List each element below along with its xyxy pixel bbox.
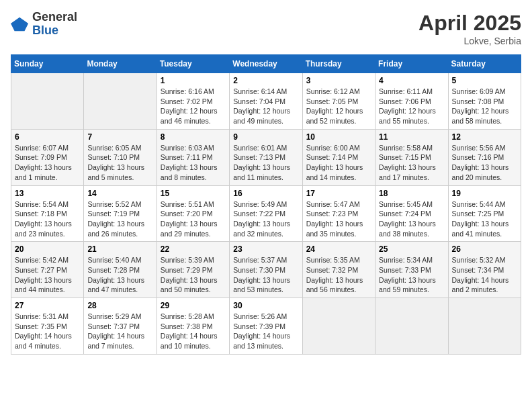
day-number: 25 (379, 244, 444, 254)
calendar-cell: 21Sunrise: 5:40 AMSunset: 7:28 PMDayligh… (84, 242, 157, 298)
day-info: Sunrise: 5:31 AMSunset: 7:35 PMDaylight:… (15, 312, 80, 351)
day-info: Sunrise: 5:56 AMSunset: 7:16 PMDaylight:… (452, 143, 517, 183)
calendar-cell: 26Sunrise: 5:32 AMSunset: 7:34 PMDayligh… (448, 242, 521, 298)
day-info: Sunrise: 5:45 AMSunset: 7:24 PMDaylight:… (379, 199, 444, 239)
calendar-cell: 14Sunrise: 5:52 AMSunset: 7:19 PMDayligh… (84, 185, 157, 242)
col-saturday: Saturday (448, 55, 521, 73)
page-header: General Blue April 2025 Lokve, Serbia (11, 11, 521, 46)
day-info: Sunrise: 5:39 AMSunset: 7:29 PMDaylight:… (161, 255, 226, 295)
logo: General Blue (11, 11, 77, 38)
week-row-4: 27Sunrise: 5:31 AMSunset: 7:35 PMDayligh… (11, 298, 521, 355)
calendar-cell: 10Sunrise: 6:00 AMSunset: 7:14 PMDayligh… (302, 129, 375, 185)
day-info: Sunrise: 5:35 AMSunset: 7:32 PMDaylight:… (306, 255, 371, 295)
calendar-table: Sunday Monday Tuesday Wednesday Thursday… (11, 54, 521, 355)
col-wednesday: Wednesday (230, 55, 302, 73)
day-number: 15 (161, 189, 226, 198)
title-block: April 2025 Lokve, Serbia (418, 11, 521, 46)
day-number: 27 (15, 301, 80, 310)
calendar-cell: 24Sunrise: 5:35 AMSunset: 7:32 PMDayligh… (302, 242, 375, 298)
calendar-cell: 7Sunrise: 6:05 AMSunset: 7:10 PMDaylight… (84, 129, 157, 185)
day-number: 10 (306, 132, 371, 142)
day-info: Sunrise: 6:12 AMSunset: 7:05 PMDaylight:… (306, 87, 371, 126)
day-info: Sunrise: 6:11 AMSunset: 7:06 PMDaylight:… (379, 87, 444, 126)
calendar-cell: 23Sunrise: 5:37 AMSunset: 7:30 PMDayligh… (230, 242, 302, 298)
day-info: Sunrise: 6:07 AMSunset: 7:09 PMDaylight:… (15, 143, 80, 183)
day-number: 30 (233, 301, 298, 310)
calendar-cell: 20Sunrise: 5:42 AMSunset: 7:27 PMDayligh… (11, 242, 84, 298)
week-row-3: 20Sunrise: 5:42 AMSunset: 7:27 PMDayligh… (11, 242, 521, 298)
day-number: 13 (15, 189, 80, 198)
day-info: Sunrise: 5:44 AMSunset: 7:25 PMDaylight:… (452, 199, 517, 239)
calendar-cell: 22Sunrise: 5:39 AMSunset: 7:29 PMDayligh… (157, 242, 229, 298)
day-number: 19 (452, 189, 517, 198)
month-year: April 2025 (418, 11, 521, 36)
calendar-cell: 29Sunrise: 5:28 AMSunset: 7:38 PMDayligh… (157, 298, 229, 355)
calendar-cell: 30Sunrise: 5:26 AMSunset: 7:39 PMDayligh… (230, 298, 302, 355)
week-row-2: 13Sunrise: 5:54 AMSunset: 7:18 PMDayligh… (11, 185, 521, 242)
day-info: Sunrise: 5:32 AMSunset: 7:34 PMDaylight:… (452, 255, 517, 295)
day-info: Sunrise: 5:47 AMSunset: 7:23 PMDaylight:… (306, 199, 371, 239)
day-info: Sunrise: 6:14 AMSunset: 7:04 PMDaylight:… (233, 87, 298, 126)
day-number: 2 (233, 76, 298, 85)
day-number: 8 (161, 132, 226, 142)
day-info: Sunrise: 5:58 AMSunset: 7:15 PMDaylight:… (379, 143, 444, 183)
calendar-cell: 9Sunrise: 6:01 AMSunset: 7:13 PMDaylight… (230, 129, 302, 185)
calendar-cell: 11Sunrise: 5:58 AMSunset: 7:15 PMDayligh… (375, 129, 448, 185)
calendar-cell: 28Sunrise: 5:29 AMSunset: 7:37 PMDayligh… (84, 298, 157, 355)
day-info: Sunrise: 6:05 AMSunset: 7:10 PMDaylight:… (87, 143, 152, 183)
day-number: 5 (452, 76, 517, 85)
logo-general: General (32, 11, 77, 24)
calendar-cell: 27Sunrise: 5:31 AMSunset: 7:35 PMDayligh… (11, 298, 84, 355)
day-info: Sunrise: 5:40 AMSunset: 7:28 PMDaylight:… (87, 255, 152, 295)
calendar-cell: 8Sunrise: 6:03 AMSunset: 7:11 PMDaylight… (157, 129, 229, 185)
day-number: 22 (161, 244, 226, 254)
calendar-cell: 25Sunrise: 5:34 AMSunset: 7:33 PMDayligh… (375, 242, 448, 298)
day-info: Sunrise: 5:34 AMSunset: 7:33 PMDaylight:… (379, 255, 444, 295)
day-info: Sunrise: 6:09 AMSunset: 7:08 PMDaylight:… (452, 87, 517, 126)
calendar-cell (84, 73, 157, 130)
day-number: 3 (306, 76, 371, 85)
calendar-cell: 17Sunrise: 5:47 AMSunset: 7:23 PMDayligh… (302, 185, 375, 242)
calendar-cell (11, 73, 84, 130)
col-thursday: Thursday (302, 55, 375, 73)
header-row: Sunday Monday Tuesday Wednesday Thursday… (11, 55, 521, 73)
calendar-cell: 15Sunrise: 5:51 AMSunset: 7:20 PMDayligh… (157, 185, 229, 242)
svg-marker-0 (11, 17, 28, 32)
calendar-cell: 3Sunrise: 6:12 AMSunset: 7:05 PMDaylight… (302, 73, 375, 130)
day-number: 23 (233, 244, 298, 254)
calendar-cell: 6Sunrise: 6:07 AMSunset: 7:09 PMDaylight… (11, 129, 84, 185)
calendar-cell (375, 298, 448, 355)
col-friday: Friday (375, 55, 448, 73)
day-number: 1 (161, 76, 226, 85)
day-number: 6 (15, 132, 80, 142)
calendar-header: Sunday Monday Tuesday Wednesday Thursday… (11, 55, 521, 73)
calendar-cell: 12Sunrise: 5:56 AMSunset: 7:16 PMDayligh… (448, 129, 521, 185)
col-sunday: Sunday (11, 55, 84, 73)
day-info: Sunrise: 6:16 AMSunset: 7:02 PMDaylight:… (161, 87, 226, 126)
day-number: 29 (161, 301, 226, 310)
calendar-cell: 4Sunrise: 6:11 AMSunset: 7:06 PMDaylight… (375, 73, 448, 130)
day-info: Sunrise: 5:52 AMSunset: 7:19 PMDaylight:… (87, 199, 152, 239)
day-info: Sunrise: 5:28 AMSunset: 7:38 PMDaylight:… (161, 312, 226, 351)
day-number: 12 (452, 132, 517, 142)
calendar-cell: 18Sunrise: 5:45 AMSunset: 7:24 PMDayligh… (375, 185, 448, 242)
day-info: Sunrise: 6:00 AMSunset: 7:14 PMDaylight:… (306, 143, 371, 183)
day-number: 14 (87, 189, 152, 198)
day-number: 17 (306, 189, 371, 198)
calendar-cell: 19Sunrise: 5:44 AMSunset: 7:25 PMDayligh… (448, 185, 521, 242)
day-info: Sunrise: 5:51 AMSunset: 7:20 PMDaylight:… (161, 199, 226, 239)
day-number: 18 (379, 189, 444, 198)
day-info: Sunrise: 6:03 AMSunset: 7:11 PMDaylight:… (161, 143, 226, 183)
col-tuesday: Tuesday (157, 55, 229, 73)
logo-blue: Blue (32, 24, 77, 38)
day-number: 21 (87, 244, 152, 254)
day-number: 9 (233, 132, 298, 142)
day-info: Sunrise: 5:37 AMSunset: 7:30 PMDaylight:… (233, 255, 298, 295)
logo-icon (11, 15, 30, 34)
week-row-1: 6Sunrise: 6:07 AMSunset: 7:09 PMDaylight… (11, 129, 521, 185)
day-number: 11 (379, 132, 444, 142)
col-monday: Monday (84, 55, 157, 73)
day-info: Sunrise: 6:01 AMSunset: 7:13 PMDaylight:… (233, 143, 298, 183)
day-number: 16 (233, 189, 298, 198)
week-row-0: 1Sunrise: 6:16 AMSunset: 7:02 PMDaylight… (11, 73, 521, 130)
